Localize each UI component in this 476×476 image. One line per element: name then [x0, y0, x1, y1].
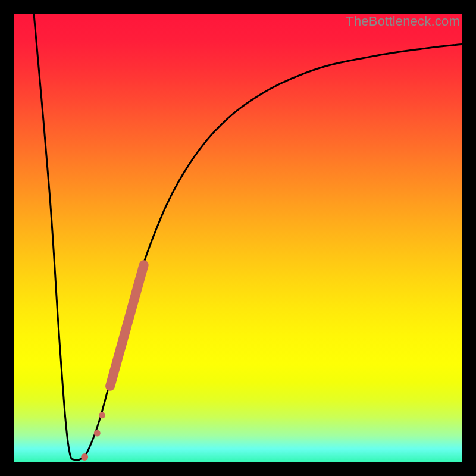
curve-layer	[34, 14, 462, 460]
main-curve	[34, 14, 462, 460]
bars-layer	[110, 265, 144, 386]
chart-svg	[14, 14, 462, 462]
plot-area: TheBottleneck.com	[14, 14, 462, 462]
thick-segment	[110, 265, 144, 386]
dot-mid2	[99, 412, 105, 418]
chart-frame: TheBottleneck.com	[0, 0, 476, 476]
dot-bottom	[81, 453, 88, 461]
dot-mid1	[94, 430, 101, 436]
